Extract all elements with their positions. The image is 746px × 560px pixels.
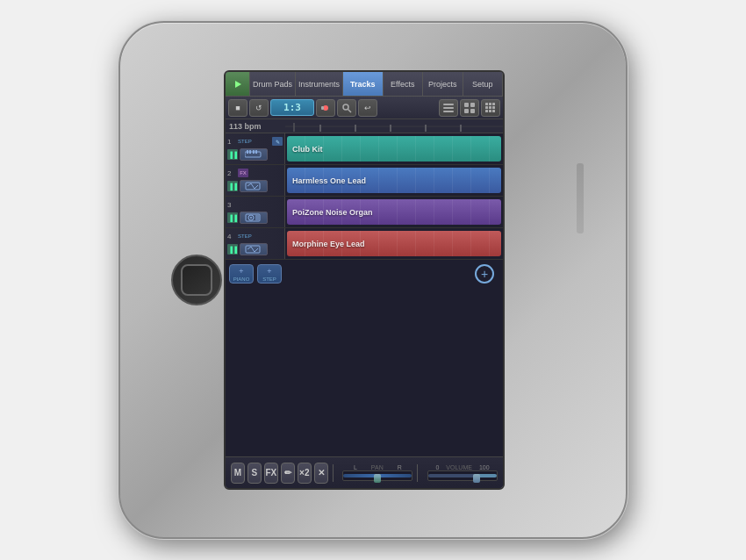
volume-slider[interactable] bbox=[427, 470, 498, 481]
svg-rect-17 bbox=[492, 106, 495, 109]
edit-button[interactable]: ✏ bbox=[281, 463, 295, 484]
separator-1 bbox=[333, 464, 334, 482]
svg-line-44 bbox=[247, 247, 251, 249]
home-button-inner bbox=[181, 264, 212, 296]
fx-button[interactable]: FX bbox=[264, 463, 278, 484]
svg-rect-15 bbox=[485, 106, 488, 109]
tracks-list: 1 STEP ✎ ▐▐ bbox=[226, 133, 503, 456]
track-3-instrument-button[interactable] bbox=[240, 212, 268, 224]
pan-left-label: L bbox=[354, 464, 357, 470]
track-2-controls: 2 FX ▐▐ bbox=[226, 165, 285, 196]
svg-rect-9 bbox=[470, 103, 475, 107]
tab-tracks[interactable]: Tracks bbox=[343, 72, 383, 96]
table-row: 2 FX ▐▐ bbox=[226, 165, 503, 197]
screen-bezel: Drum Pads Instruments Tracks Effects Pro… bbox=[224, 70, 505, 490]
svg-rect-18 bbox=[485, 110, 488, 112]
track-1-content[interactable]: Club Kit bbox=[285, 133, 503, 164]
svg-rect-30 bbox=[249, 150, 251, 154]
separator-2 bbox=[417, 464, 418, 482]
svg-rect-6 bbox=[443, 107, 454, 109]
track-area: 113 bpm bbox=[226, 119, 503, 456]
pan-center-label: PAN bbox=[371, 464, 384, 470]
track-4-controls: 4 STEP ▐▐ bbox=[226, 228, 285, 259]
volume-buttons[interactable] bbox=[577, 163, 584, 233]
track-1-controls: 1 STEP ✎ ▐▐ bbox=[226, 133, 285, 164]
add-step-button[interactable]: + STEP bbox=[257, 264, 282, 284]
tab-setup[interactable]: Setup bbox=[463, 72, 503, 96]
svg-rect-7 bbox=[443, 111, 454, 112]
tab-drum-pads[interactable]: Drum Pads bbox=[250, 72, 296, 96]
record-button[interactable] bbox=[316, 99, 335, 117]
table-row: 3 ▐▐ bbox=[226, 197, 503, 228]
svg-rect-20 bbox=[492, 110, 495, 112]
svg-line-4 bbox=[348, 109, 352, 112]
track-4-play-button[interactable]: ▐▐ bbox=[227, 244, 238, 255]
phone-shell: Drum Pads Instruments Tracks Effects Pro… bbox=[118, 21, 628, 539]
track-2-instrument-button[interactable] bbox=[240, 180, 268, 192]
svg-line-46 bbox=[255, 248, 258, 252]
svg-rect-8 bbox=[464, 103, 469, 107]
svg-rect-13 bbox=[489, 103, 491, 105]
svg-rect-29 bbox=[247, 150, 248, 154]
volume-center-label: VOLUME bbox=[446, 464, 472, 470]
svg-rect-5 bbox=[443, 104, 454, 105]
svg-line-45 bbox=[251, 247, 255, 252]
top-nav: Drum Pads Instruments Tracks Effects Pro… bbox=[226, 72, 503, 97]
blocks-view-button[interactable] bbox=[481, 99, 500, 117]
zoom-button[interactable] bbox=[337, 99, 356, 117]
track-3-content[interactable]: PoiZone Noise Organ bbox=[285, 197, 503, 227]
svg-rect-19 bbox=[489, 110, 491, 112]
track-2-fx-badge[interactable]: FX bbox=[238, 169, 248, 177]
pan-slider[interactable] bbox=[342, 470, 412, 481]
track-2-content[interactable]: Harmless One Lead bbox=[285, 165, 503, 196]
volume-section: 0 VOLUME 100 bbox=[427, 464, 498, 481]
svg-rect-11 bbox=[470, 109, 475, 113]
list-view-button[interactable] bbox=[439, 99, 458, 117]
track-4-content[interactable]: Morphine Eye Lead bbox=[285, 228, 503, 259]
add-piano-button[interactable]: + PIANO bbox=[229, 264, 254, 284]
time-display: 1:3 bbox=[270, 99, 314, 116]
tab-projects[interactable]: Projects bbox=[423, 72, 463, 96]
delete-button[interactable]: ✕ bbox=[314, 463, 328, 484]
track-2-play-button[interactable]: ▐▐ bbox=[227, 181, 238, 191]
tab-effects[interactable]: Effects bbox=[384, 72, 423, 96]
svg-rect-2 bbox=[321, 106, 324, 110]
tab-instruments[interactable]: Instruments bbox=[296, 72, 343, 96]
grid-view-button[interactable] bbox=[460, 99, 479, 117]
mute-button[interactable]: M bbox=[231, 463, 245, 484]
svg-line-34 bbox=[247, 183, 251, 186]
loop-button[interactable]: ↺ bbox=[249, 99, 269, 117]
table-row: 4 STEP ▐▐ bbox=[226, 228, 503, 260]
track-1-instrument-button[interactable] bbox=[240, 148, 268, 161]
add-track-plus-button[interactable]: + bbox=[475, 264, 494, 284]
stop-button[interactable]: ■ bbox=[228, 99, 247, 117]
track-1-play-button[interactable]: ▐▐ bbox=[227, 149, 238, 160]
duplicate-button[interactable]: ×2 bbox=[298, 463, 312, 484]
home-button[interactable] bbox=[171, 255, 222, 305]
svg-rect-16 bbox=[489, 106, 491, 109]
svg-rect-32 bbox=[255, 150, 257, 154]
svg-point-3 bbox=[343, 104, 348, 110]
bpm-display: 113 bpm bbox=[229, 122, 262, 131]
play-button[interactable] bbox=[226, 72, 250, 96]
add-track-row: + PIANO + STEP + bbox=[226, 260, 503, 288]
track-3-play-button[interactable]: ▐▐ bbox=[227, 212, 238, 223]
svg-rect-14 bbox=[492, 103, 495, 105]
svg-point-39 bbox=[250, 217, 252, 219]
svg-marker-0 bbox=[235, 81, 241, 88]
svg-rect-10 bbox=[464, 109, 469, 113]
track-4-instrument-button[interactable] bbox=[240, 243, 268, 255]
table-row: 1 STEP ✎ ▐▐ bbox=[226, 133, 503, 165]
bpm-row: 113 bpm bbox=[226, 119, 503, 133]
toolbar: ■ ↺ 1:3 bbox=[226, 97, 503, 119]
pan-right-label: R bbox=[398, 464, 402, 470]
svg-line-35 bbox=[251, 183, 255, 189]
svg-line-36 bbox=[255, 185, 258, 189]
track-1-edit-icon[interactable]: ✎ bbox=[272, 137, 283, 146]
app-screen: Drum Pads Instruments Tracks Effects Pro… bbox=[226, 72, 503, 488]
svg-rect-31 bbox=[253, 150, 255, 154]
undo-button[interactable]: ↩ bbox=[358, 99, 377, 117]
solo-button[interactable]: S bbox=[247, 463, 262, 484]
pan-section: L PAN R bbox=[342, 464, 412, 481]
svg-rect-12 bbox=[485, 103, 488, 105]
